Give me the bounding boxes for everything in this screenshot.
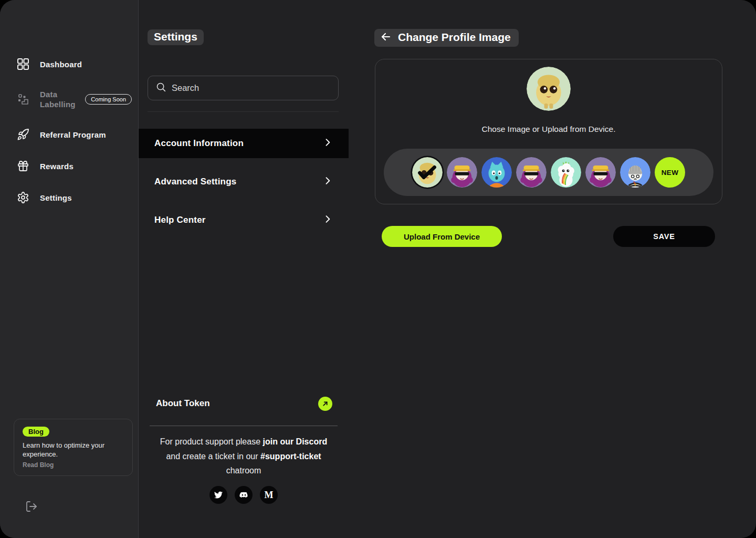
menu-item-label: Advanced Settings xyxy=(154,177,236,187)
profile-image-card: Chose Image or Upload from Device. xyxy=(375,59,722,204)
save-button[interactable]: SAVE xyxy=(613,226,715,247)
coming-soon-badge: Coming Soon xyxy=(85,94,132,105)
avatar-option-beanie-bear[interactable] xyxy=(620,157,650,188)
search-input[interactable] xyxy=(172,83,331,93)
support-text: For product support please join our Disc… xyxy=(139,434,349,478)
external-link-icon[interactable] xyxy=(318,397,332,411)
sidebar: Dashboard Data Labelling Coming Soon xyxy=(0,0,139,538)
blog-badge: Blog xyxy=(23,427,49,437)
arrow-left-icon xyxy=(380,30,392,45)
menu-item-advanced-settings[interactable]: Advanced Settings xyxy=(139,167,349,196)
upload-from-device-button[interactable]: Upload From Device xyxy=(382,226,502,247)
sidebar-item-referral-program[interactable]: Referral Program xyxy=(0,123,138,146)
blog-title: Learn how to optimize your experience. xyxy=(23,441,124,459)
app-window: Dashboard Data Labelling Coming Soon xyxy=(0,0,756,538)
chevron-right-icon xyxy=(322,175,333,188)
sidebar-item-label: Rewards xyxy=(40,162,74,171)
chevron-right-icon xyxy=(322,214,333,226)
settings-panel: Settings Account Information Advanced Se… xyxy=(139,0,349,538)
menu-item-label: Account Information xyxy=(154,138,244,149)
avatar-option-golden-selected[interactable] xyxy=(412,157,443,188)
read-blog-link[interactable]: Read Blog xyxy=(23,461,124,469)
gear-icon xyxy=(17,191,29,204)
menu-item-label: Help Center xyxy=(154,215,206,225)
panel-header: Change Profile Image xyxy=(374,29,519,47)
avatar-options-row: NEW xyxy=(384,149,713,196)
sidebar-item-label: Data Labelling xyxy=(40,89,81,109)
data-labelling-icon xyxy=(17,93,29,106)
profile-image-panel: Change Profile Image Chose Image or Uplo… xyxy=(349,0,756,538)
divider xyxy=(148,111,339,112)
sidebar-item-label: Dashboard xyxy=(40,60,82,69)
instruction-text: Chose Image or Upload from Device. xyxy=(375,125,722,134)
new-avatar-button[interactable]: NEW xyxy=(655,157,685,188)
medium-icon[interactable]: M xyxy=(260,486,278,504)
sidebar-item-rewards[interactable]: Rewards xyxy=(0,154,138,178)
gift-icon xyxy=(17,160,29,172)
sidebar-item-data-labelling: Data Labelling Coming Soon xyxy=(0,84,138,115)
logout-button[interactable] xyxy=(24,500,39,514)
sidebar-item-label: Settings xyxy=(40,193,72,202)
sidebar-item-dashboard[interactable]: Dashboard xyxy=(0,53,138,76)
blog-card: Blog Learn how to optimize your experien… xyxy=(14,419,133,476)
avatar-option-cloud-king[interactable] xyxy=(551,157,581,188)
avatar-option-teal-cat[interactable] xyxy=(481,157,512,188)
avatar-option-purple-monkey[interactable] xyxy=(585,157,616,188)
menu-item-account-information[interactable]: Account Information xyxy=(139,129,349,158)
logout-icon xyxy=(25,500,38,514)
panel-title: Change Profile Image xyxy=(398,31,511,44)
back-button[interactable] xyxy=(379,30,393,44)
about-token-link[interactable]: About Token xyxy=(156,392,332,415)
dashboard-grid-icon xyxy=(17,58,29,70)
twitter-icon[interactable] xyxy=(209,486,227,504)
avatar-option-purple-monkey[interactable] xyxy=(447,157,477,188)
current-profile-avatar xyxy=(527,67,571,111)
search-icon xyxy=(155,81,166,95)
menu-item-help-center[interactable]: Help Center xyxy=(139,205,349,235)
sidebar-item-label: Referral Program xyxy=(40,130,106,139)
discord-icon[interactable] xyxy=(235,486,253,504)
rocket-icon xyxy=(17,128,29,141)
divider xyxy=(150,426,338,426)
chevron-right-icon xyxy=(322,137,333,150)
social-links: M xyxy=(139,486,349,504)
page-title: Settings xyxy=(148,29,204,45)
sidebar-item-settings[interactable]: Settings xyxy=(0,186,138,209)
avatar-option-purple-monkey[interactable] xyxy=(516,157,547,188)
about-token-label: About Token xyxy=(156,398,210,409)
search-box[interactable] xyxy=(148,76,339,100)
